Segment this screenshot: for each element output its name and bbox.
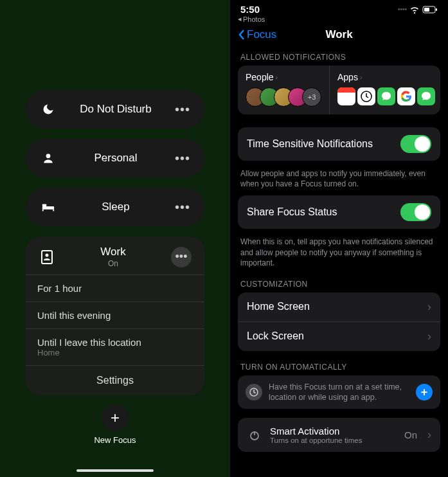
ellipsis-icon[interactable]: ••• (175, 102, 190, 117)
svg-rect-1 (42, 206, 54, 210)
lock-screen-row[interactable]: Lock Screen › (238, 321, 440, 351)
focus-mode-sleep[interactable]: Sleep ••• (26, 188, 204, 226)
focus-settings-panel: 5:50 •••• ◂ Photos Focus Work ALLOWED NO… (230, 0, 448, 477)
ellipsis-button[interactable]: ••• (171, 247, 192, 267)
nav-bar: Focus Work (230, 23, 448, 48)
chevron-right-icon: › (276, 73, 278, 81)
dots-icon: •••• (398, 6, 407, 13)
bed-icon (40, 202, 57, 212)
battery-icon (422, 6, 438, 14)
avatar-more: +3 (302, 87, 321, 107)
time-sensitive-toggle[interactable] (400, 135, 431, 153)
smart-activation-row[interactable]: Smart Activation Turns on at opportune t… (238, 418, 440, 452)
focus-card-header[interactable]: Work On ••• (26, 237, 204, 274)
section-header-customization: CUSTOMIZATION (230, 274, 448, 292)
allowed-apps[interactable]: Apps › (330, 66, 443, 114)
app-icons (337, 87, 435, 105)
back-to-app[interactable]: ◂ Photos (230, 15, 448, 23)
share-status-toggle[interactable] (400, 203, 431, 221)
chevron-right-icon: › (427, 300, 431, 314)
chevron-right-icon: › (427, 330, 431, 343)
auto-card: Have this Focus turn on at a set time, l… (238, 375, 440, 410)
chevron-right-icon: › (427, 428, 431, 442)
focus-mode-dnd[interactable]: Do Not Disturb ••• (26, 90, 204, 129)
chevron-right-icon: › (360, 73, 363, 81)
duration-option[interactable]: Until I leave this location Home (26, 328, 204, 365)
section-header-auto: TURN ON AUTOMATICALLY (230, 357, 448, 375)
wifi-icon (409, 6, 420, 14)
svg-point-6 (46, 253, 49, 256)
focus-card-status: On (55, 259, 171, 268)
svg-rect-5 (42, 251, 52, 264)
messages-app-icon (377, 87, 395, 105)
status-bar: 5:50 •••• (230, 0, 448, 15)
focus-mode-personal[interactable]: Personal ••• (26, 139, 204, 177)
allowed-notifications-card: People › +3 Apps › (238, 66, 440, 114)
auto-description-row: Have this Focus turn on at a set time, l… (238, 375, 440, 410)
ellipsis-icon[interactable]: ••• (175, 151, 190, 166)
home-screen-row[interactable]: Home Screen › (238, 292, 440, 321)
focus-mode-label: Personal (57, 152, 175, 165)
new-focus: + New Focus (0, 404, 230, 445)
focus-mode-work-card: Work On ••• For 1 hour Until this evenin… (26, 237, 204, 395)
share-status-desc: When this is on, tell apps you have noti… (230, 233, 448, 274)
chevron-left-icon (238, 29, 246, 40)
people-avatars: +3 (246, 87, 321, 107)
status-time: 5:50 (240, 4, 260, 15)
nav-back-button[interactable]: Focus (238, 28, 276, 41)
calendar-app-icon (337, 87, 355, 105)
clock-badge-icon (246, 384, 262, 401)
svg-rect-9 (436, 8, 437, 11)
badge-icon (39, 250, 55, 264)
new-focus-label: New Focus (0, 435, 230, 445)
sms-app-icon (417, 87, 435, 105)
person-icon (40, 152, 57, 165)
svg-point-0 (46, 154, 51, 158)
back-caret-icon: ◂ (238, 15, 242, 23)
google-app-icon (397, 87, 415, 105)
add-focus-button[interactable]: + (102, 404, 129, 431)
smart-activation-card: Smart Activation Turns on at opportune t… (238, 418, 440, 452)
duration-option[interactable]: Until this evening (26, 302, 204, 328)
svg-rect-8 (424, 8, 429, 12)
focus-card-title: Work (55, 246, 171, 258)
section-header-allowed: ALLOWED NOTIFICATIONS (230, 48, 448, 66)
customization-card: Home Screen › Lock Screen › (238, 292, 440, 351)
svg-rect-4 (53, 210, 54, 212)
time-sensitive-label: Time Sensitive Notifications (247, 138, 400, 150)
share-status-card: Share Focus Status (238, 195, 440, 229)
home-indicator[interactable] (76, 469, 154, 472)
time-sensitive-desc: Allow people and apps to notify you imme… (230, 165, 448, 195)
focus-mode-label: Do Not Disturb (57, 103, 175, 116)
svg-rect-2 (42, 204, 46, 206)
ellipsis-icon[interactable]: ••• (175, 200, 190, 215)
time-sensitive-card: Time Sensitive Notifications (238, 127, 440, 161)
power-icon (247, 429, 262, 442)
allowed-people[interactable]: People › +3 (238, 66, 330, 114)
focus-mode-label: Sleep (57, 201, 175, 213)
moon-icon (40, 103, 57, 116)
add-automation-button[interactable]: + (416, 384, 433, 401)
focus-settings-link[interactable]: Settings (26, 365, 204, 395)
clock-app-icon (357, 87, 375, 105)
focus-menu-panel: Do Not Disturb ••• Personal ••• Sleep ••… (0, 0, 230, 477)
share-status-label: Share Focus Status (247, 206, 400, 218)
duration-option[interactable]: For 1 hour (26, 274, 204, 302)
svg-rect-3 (42, 210, 44, 212)
